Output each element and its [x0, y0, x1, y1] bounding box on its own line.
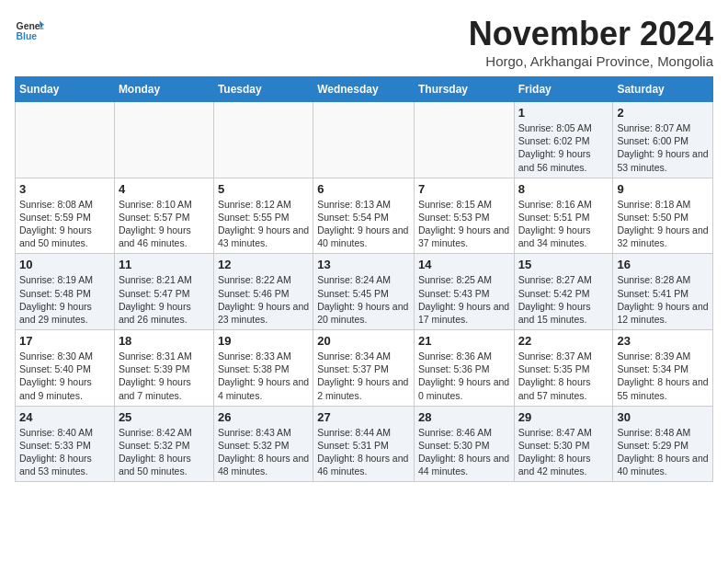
day-cell: 3Sunrise: 8:08 AM Sunset: 5:59 PM Daylig…	[16, 178, 115, 254]
day-info: Sunrise: 8:16 AM Sunset: 5:51 PM Dayligh…	[518, 198, 609, 250]
day-info: Sunrise: 8:12 AM Sunset: 5:55 PM Dayligh…	[218, 198, 309, 250]
day-number: 19	[218, 334, 309, 348]
day-cell: 20Sunrise: 8:34 AM Sunset: 5:37 PM Dayli…	[313, 330, 415, 407]
day-info: Sunrise: 8:42 AM Sunset: 5:32 PM Dayligh…	[119, 426, 210, 478]
day-cell: 10Sunrise: 8:19 AM Sunset: 5:48 PM Dayli…	[16, 254, 115, 330]
calendar-header-row: SundayMondayTuesdayWednesdayThursdayFrid…	[16, 77, 713, 102]
column-header-friday: Friday	[514, 77, 613, 102]
day-info: Sunrise: 8:43 AM Sunset: 5:32 PM Dayligh…	[218, 426, 309, 478]
day-cell: 29Sunrise: 8:47 AM Sunset: 5:30 PM Dayli…	[514, 406, 613, 482]
day-cell: 11Sunrise: 8:21 AM Sunset: 5:47 PM Dayli…	[114, 254, 213, 330]
column-header-monday: Monday	[114, 77, 213, 102]
day-info: Sunrise: 8:19 AM Sunset: 5:48 PM Dayligh…	[19, 273, 110, 326]
day-info: Sunrise: 8:10 AM Sunset: 5:57 PM Dayligh…	[119, 198, 210, 250]
day-info: Sunrise: 8:37 AM Sunset: 5:35 PM Dayligh…	[518, 350, 609, 402]
day-number: 1	[518, 106, 609, 120]
day-number: 21	[418, 334, 510, 348]
day-info: Sunrise: 8:39 AM Sunset: 5:34 PM Dayligh…	[617, 350, 709, 402]
day-number: 11	[119, 258, 210, 271]
day-number: 15	[518, 258, 609, 271]
day-cell	[213, 102, 313, 178]
day-cell: 18Sunrise: 8:31 AM Sunset: 5:39 PM Dayli…	[114, 330, 213, 407]
logo-icon: General Blue	[15, 15, 44, 44]
day-cell: 30Sunrise: 8:48 AM Sunset: 5:29 PM Dayli…	[613, 406, 713, 482]
day-cell: 25Sunrise: 8:42 AM Sunset: 5:32 PM Dayli…	[114, 406, 213, 482]
day-info: Sunrise: 8:48 AM Sunset: 5:29 PM Dayligh…	[617, 426, 709, 478]
day-number: 13	[317, 258, 410, 271]
day-info: Sunrise: 8:44 AM Sunset: 5:31 PM Dayligh…	[317, 426, 410, 478]
day-cell: 19Sunrise: 8:33 AM Sunset: 5:38 PM Dayli…	[213, 330, 313, 407]
day-number: 24	[19, 410, 110, 424]
day-info: Sunrise: 8:28 AM Sunset: 5:41 PM Dayligh…	[617, 273, 709, 326]
day-number: 23	[617, 334, 709, 348]
day-cell: 28Sunrise: 8:46 AM Sunset: 5:30 PM Dayli…	[414, 406, 514, 482]
day-info: Sunrise: 8:33 AM Sunset: 5:38 PM Dayligh…	[218, 350, 309, 402]
day-number: 28	[418, 410, 510, 424]
day-info: Sunrise: 8:36 AM Sunset: 5:36 PM Dayligh…	[418, 350, 510, 402]
day-number: 7	[418, 182, 510, 196]
column-header-saturday: Saturday	[613, 77, 713, 102]
day-number: 20	[317, 334, 410, 348]
column-header-thursday: Thursday	[414, 77, 514, 102]
week-row-4: 17Sunrise: 8:30 AM Sunset: 5:40 PM Dayli…	[16, 330, 713, 407]
day-number: 3	[19, 182, 110, 196]
day-cell: 17Sunrise: 8:30 AM Sunset: 5:40 PM Dayli…	[16, 330, 115, 407]
week-row-2: 3Sunrise: 8:08 AM Sunset: 5:59 PM Daylig…	[16, 178, 713, 254]
day-number: 17	[19, 334, 110, 348]
week-row-5: 24Sunrise: 8:40 AM Sunset: 5:33 PM Dayli…	[16, 406, 713, 482]
day-info: Sunrise: 8:18 AM Sunset: 5:50 PM Dayligh…	[617, 198, 709, 250]
day-number: 5	[218, 182, 309, 196]
logo: General Blue	[15, 15, 44, 44]
day-cell: 6Sunrise: 8:13 AM Sunset: 5:54 PM Daylig…	[313, 178, 415, 254]
day-cell: 7Sunrise: 8:15 AM Sunset: 5:53 PM Daylig…	[414, 178, 514, 254]
day-cell	[16, 102, 115, 178]
day-cell: 13Sunrise: 8:24 AM Sunset: 5:45 PM Dayli…	[313, 254, 415, 330]
day-cell	[414, 102, 514, 178]
week-row-1: 1Sunrise: 8:05 AM Sunset: 6:02 PM Daylig…	[16, 102, 713, 178]
day-cell: 27Sunrise: 8:44 AM Sunset: 5:31 PM Dayli…	[313, 406, 415, 482]
month-title: November 2024	[469, 15, 713, 53]
header-area: General Blue November 2024 Horgo, Arkhan…	[15, 15, 713, 69]
day-info: Sunrise: 8:22 AM Sunset: 5:46 PM Dayligh…	[218, 273, 309, 326]
day-number: 25	[119, 410, 210, 424]
day-cell: 22Sunrise: 8:37 AM Sunset: 5:35 PM Dayli…	[514, 330, 613, 407]
calendar-body: 1Sunrise: 8:05 AM Sunset: 6:02 PM Daylig…	[16, 102, 713, 482]
day-number: 12	[218, 258, 309, 271]
column-header-tuesday: Tuesday	[213, 77, 313, 102]
day-number: 10	[19, 258, 110, 271]
day-info: Sunrise: 8:47 AM Sunset: 5:30 PM Dayligh…	[518, 426, 609, 478]
day-number: 27	[317, 410, 410, 424]
day-cell: 12Sunrise: 8:22 AM Sunset: 5:46 PM Dayli…	[213, 254, 313, 330]
day-number: 8	[518, 182, 609, 196]
day-info: Sunrise: 8:05 AM Sunset: 6:02 PM Dayligh…	[518, 121, 609, 174]
day-info: Sunrise: 8:30 AM Sunset: 5:40 PM Dayligh…	[19, 350, 110, 402]
day-number: 16	[617, 258, 709, 271]
day-cell	[313, 102, 415, 178]
title-area: November 2024 Horgo, Arkhangai Province,…	[469, 15, 713, 69]
day-info: Sunrise: 8:13 AM Sunset: 5:54 PM Dayligh…	[317, 198, 410, 250]
day-info: Sunrise: 8:07 AM Sunset: 6:00 PM Dayligh…	[617, 121, 709, 174]
day-info: Sunrise: 8:31 AM Sunset: 5:39 PM Dayligh…	[119, 350, 210, 402]
day-info: Sunrise: 8:27 AM Sunset: 5:42 PM Dayligh…	[518, 273, 609, 326]
day-number: 9	[617, 182, 709, 196]
day-number: 26	[218, 410, 309, 424]
location: Horgo, Arkhangai Province, Mongolia	[469, 53, 713, 69]
day-info: Sunrise: 8:34 AM Sunset: 5:37 PM Dayligh…	[317, 350, 410, 402]
day-cell	[114, 102, 213, 178]
day-info: Sunrise: 8:08 AM Sunset: 5:59 PM Dayligh…	[19, 198, 110, 250]
day-info: Sunrise: 8:21 AM Sunset: 5:47 PM Dayligh…	[119, 273, 210, 326]
day-cell: 26Sunrise: 8:43 AM Sunset: 5:32 PM Dayli…	[213, 406, 313, 482]
column-header-wednesday: Wednesday	[313, 77, 415, 102]
day-cell: 21Sunrise: 8:36 AM Sunset: 5:36 PM Dayli…	[414, 330, 514, 407]
day-number: 22	[518, 334, 609, 348]
day-number: 29	[518, 410, 609, 424]
day-info: Sunrise: 8:24 AM Sunset: 5:45 PM Dayligh…	[317, 273, 410, 326]
day-cell: 5Sunrise: 8:12 AM Sunset: 5:55 PM Daylig…	[213, 178, 313, 254]
day-number: 2	[617, 106, 709, 120]
day-cell: 24Sunrise: 8:40 AM Sunset: 5:33 PM Dayli…	[16, 406, 115, 482]
svg-text:Blue: Blue	[17, 31, 38, 41]
day-cell: 8Sunrise: 8:16 AM Sunset: 5:51 PM Daylig…	[514, 178, 613, 254]
day-info: Sunrise: 8:15 AM Sunset: 5:53 PM Dayligh…	[418, 198, 510, 250]
day-number: 6	[317, 182, 410, 196]
day-number: 4	[119, 182, 210, 196]
